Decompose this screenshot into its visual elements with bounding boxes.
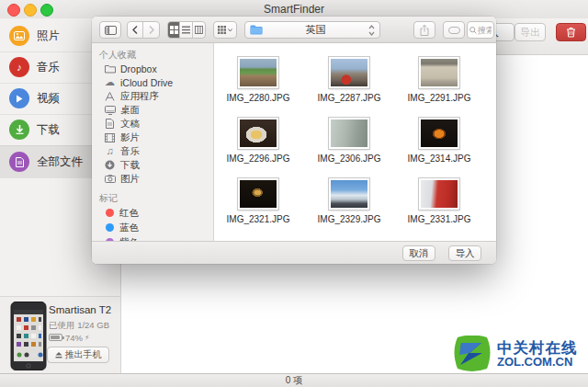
documents-icon bbox=[104, 119, 116, 129]
titlebar: SmartFinder bbox=[0, 0, 588, 18]
dialog-sidebar: 个人收藏 Dropbox ☁ iCloud Drive 应用程序 桌面 文稿 bbox=[92, 43, 214, 241]
battery-percent: 74% bbox=[65, 333, 83, 343]
device-storage: 已使用 1/24 GB bbox=[49, 320, 109, 332]
download-circle-icon bbox=[104, 160, 116, 170]
favorites-header: 个人收藏 bbox=[99, 49, 136, 62]
folder-icon bbox=[104, 64, 116, 74]
dialog-sidebar-item-music[interactable]: ♫ 音乐 bbox=[92, 144, 214, 158]
tag-item-blue[interactable]: 蓝色 bbox=[92, 221, 214, 234]
photos-icon bbox=[9, 26, 29, 46]
file-name: IMG_2291.JPG bbox=[395, 93, 483, 103]
dialog-sidebar-item-label: 影片 bbox=[120, 131, 140, 144]
file-thumbnail bbox=[329, 118, 369, 149]
battery-status: 74% ⚡ bbox=[49, 333, 90, 342]
dialog-sidebar-item-documents[interactable]: 文稿 bbox=[92, 117, 214, 131]
pictures-icon bbox=[104, 175, 116, 183]
tag-button[interactable] bbox=[443, 21, 465, 39]
file-item[interactable]: IMG_2306.JPG bbox=[305, 114, 393, 164]
dialog-sidebar-item-label: iCloud Drive bbox=[120, 77, 173, 88]
search-icon bbox=[469, 27, 477, 34]
eject-label: 推出手机 bbox=[65, 348, 102, 361]
file-item[interactable]: IMG_2329.JPG bbox=[305, 175, 393, 224]
document-icon bbox=[9, 152, 29, 172]
dialog-sidebar-item-label: 桌面 bbox=[120, 104, 140, 117]
sidebar-toggle-icon bbox=[105, 26, 117, 35]
zol-watermark: 中关村在线 ZOL.COM.CN bbox=[452, 335, 584, 373]
file-item[interactable]: IMG_2291.JPG bbox=[395, 53, 483, 103]
music-icon: ♪ bbox=[9, 57, 29, 77]
chevron-down-icon bbox=[228, 28, 232, 32]
dialog-sidebar-item-label: 音乐 bbox=[120, 145, 140, 158]
arrange-button[interactable] bbox=[213, 21, 237, 39]
file-name: IMG_2331.JPG bbox=[395, 214, 483, 224]
tag-item-red[interactable]: 红色 bbox=[92, 206, 214, 220]
tag-label: 蓝色 bbox=[119, 222, 139, 234]
file-name: IMG_2287.JPG bbox=[305, 93, 393, 103]
file-item[interactable]: IMG_2287.JPG bbox=[305, 53, 393, 103]
dialog-sidebar-item-applications[interactable]: 应用程序 bbox=[92, 89, 214, 103]
trash-icon bbox=[566, 27, 576, 38]
dialog-sidebar-item-label: 下载 bbox=[120, 159, 140, 172]
sidebar-item-label: 照片 bbox=[37, 20, 60, 51]
back-button[interactable] bbox=[128, 22, 143, 38]
watermark-site-url: ZOL.COM.CN bbox=[497, 356, 578, 369]
file-thumbnail bbox=[419, 178, 459, 210]
tag-icon bbox=[448, 27, 460, 34]
forward-button[interactable] bbox=[143, 22, 159, 38]
file-thumbnail bbox=[329, 178, 369, 210]
tags-header: 标记 bbox=[99, 192, 118, 205]
view-segmented-control bbox=[167, 21, 206, 39]
blue-folder-icon bbox=[250, 25, 263, 35]
items-count: 0 项 bbox=[286, 375, 302, 385]
file-thumbnail bbox=[419, 118, 459, 149]
file-name: IMG_2321.JPG bbox=[214, 214, 302, 224]
file-name: IMG_2314.JPG bbox=[395, 154, 483, 164]
file-item[interactable]: IMG_2321.JPG bbox=[214, 175, 302, 224]
search-field bbox=[467, 21, 494, 39]
device-panel: Smartisan T2 已使用 1/24 GB 74% ⚡ 推出手机 bbox=[0, 296, 121, 373]
dialog-import-button[interactable]: 导入 bbox=[448, 245, 481, 261]
tag-label: 红色 bbox=[119, 207, 139, 220]
file-item[interactable]: IMG_2280.JPG bbox=[214, 53, 302, 103]
red-tag-icon bbox=[106, 209, 114, 217]
arrange-icon bbox=[218, 26, 226, 34]
status-bar: 0 项 bbox=[0, 373, 588, 387]
eject-icon bbox=[55, 351, 62, 359]
cloud-icon: ☁ bbox=[104, 77, 116, 87]
popup-chevrons-icon bbox=[368, 25, 375, 36]
dialog-sidebar-item-movies[interactable]: 影片 bbox=[92, 131, 214, 144]
search-input[interactable] bbox=[477, 26, 492, 35]
column-view-button[interactable] bbox=[193, 22, 205, 38]
eject-phone-button[interactable]: 推出手机 bbox=[47, 347, 109, 363]
toggle-sidebar-button[interactable] bbox=[99, 21, 121, 39]
device-name: Smartisan T2 bbox=[49, 304, 111, 315]
file-item[interactable]: IMG_2314.JPG bbox=[395, 114, 483, 164]
file-item[interactable]: IMG_2296.JPG bbox=[214, 114, 302, 164]
play-icon bbox=[9, 88, 29, 108]
movies-icon bbox=[104, 133, 116, 142]
file-item[interactable]: IMG_2331.JPG bbox=[395, 175, 483, 224]
location-popup[interactable]: 英国 bbox=[244, 21, 380, 39]
dialog-sidebar-item-icloud-drive[interactable]: ☁ iCloud Drive bbox=[92, 75, 214, 89]
file-name: IMG_2296.JPG bbox=[214, 154, 302, 164]
file-name: IMG_2329.JPG bbox=[305, 214, 393, 224]
dialog-sidebar-item-dropbox[interactable]: Dropbox bbox=[92, 62, 214, 75]
sidebar-item-label: 音乐 bbox=[37, 51, 60, 83]
dialog-sidebar-item-pictures[interactable]: 图片 bbox=[92, 172, 214, 186]
dialog-file-grid: IMG_2280.JPG IMG_2287.JPG IMG_2291.JPG I… bbox=[214, 43, 496, 241]
battery-icon bbox=[49, 334, 62, 341]
dialog-sidebar-item-label: 文稿 bbox=[120, 118, 140, 131]
dialog-sidebar-item-label: 应用程序 bbox=[120, 90, 159, 103]
file-thumbnail bbox=[238, 118, 278, 149]
cancel-button[interactable]: 取消 bbox=[402, 245, 435, 261]
dialog-sidebar-item-desktop[interactable]: 桌面 bbox=[92, 103, 214, 117]
list-view-button[interactable] bbox=[180, 22, 192, 38]
delete-button[interactable] bbox=[556, 23, 586, 41]
export-button[interactable]: 导出 bbox=[514, 23, 546, 41]
icon-view-button[interactable] bbox=[168, 22, 180, 38]
dialog-sidebar-item-downloads[interactable]: 下载 bbox=[92, 158, 214, 172]
applications-icon bbox=[104, 92, 116, 101]
blue-tag-icon bbox=[106, 223, 114, 232]
phone-image bbox=[10, 302, 47, 370]
share-button[interactable] bbox=[413, 21, 435, 39]
